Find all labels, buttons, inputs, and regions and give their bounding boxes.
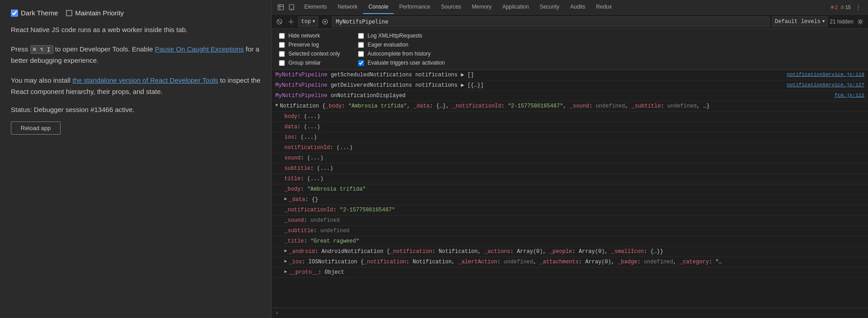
dark-theme-checkbox[interactable]: [11, 9, 18, 17]
expand-arrow[interactable]: ▼: [275, 102, 278, 109]
prompt-arrow-icon: ›: [275, 310, 278, 316]
pause-exceptions-link[interactable]: Pause On Caught Exceptions: [155, 45, 244, 53]
log-level-value: Default levels: [775, 19, 821, 25]
autocomplete-checkbox[interactable]: [358, 51, 364, 57]
svg-line-6: [278, 20, 281, 23]
log-entry-_sound: _sound: undefined: [272, 215, 868, 226]
eager-eval-option[interactable]: Eager evaluation: [358, 42, 445, 48]
log-content: MyNotifsPipeline onNotificationDisplayed: [275, 92, 831, 100]
log-entry: MyNotifsPipeline getScheduledNotificatio…: [272, 70, 868, 80]
tab-elements[interactable]: Elements: [299, 0, 332, 14]
expand-arrow[interactable]: ▶: [284, 258, 287, 265]
device-toolbar-icon[interactable]: [287, 3, 296, 12]
tab-redux[interactable]: Redux: [591, 0, 618, 14]
warning-icon: ⚠: [840, 5, 844, 9]
tab-application[interactable]: Application: [497, 0, 534, 14]
context-selector[interactable]: top ▼: [298, 16, 318, 27]
log-content: _notificationId: "2-1577586165487": [284, 206, 864, 214]
log-entry-_android: ▶ _android: AndroidNotification {_notifi…: [272, 247, 868, 257]
show-console-icon[interactable]: [320, 17, 330, 27]
console-prompt: ›: [272, 308, 868, 318]
log-entry-body: body: (...): [272, 112, 868, 122]
log-entry-_notifid: _notificationId: "2-1577586165487": [272, 205, 868, 215]
hide-network-checkbox[interactable]: [279, 33, 285, 39]
maintain-priority-label: Maintain Priority: [75, 9, 124, 17]
log-content: _ios: IOSNotification {_notification: No…: [289, 258, 864, 266]
log-content: MyNotifsPipeline getDeliveredNotificatio…: [275, 81, 783, 89]
tab-audits[interactable]: Audits: [565, 0, 590, 14]
keyboard-shortcut: ⌘ ⌥ I: [30, 45, 53, 54]
log-level-selector[interactable]: Default levels ▼: [772, 16, 828, 27]
evaluate-triggers-checkbox[interactable]: [358, 60, 364, 66]
dark-theme-option[interactable]: Dark Theme: [11, 9, 58, 17]
instructions-text: Press ⌘ ⌥ I to open Developer Tools. Ena…: [11, 43, 260, 66]
selected-context-option[interactable]: Selected context only: [279, 51, 340, 57]
autocomplete-option[interactable]: Autocomplete from history: [358, 51, 445, 57]
preserve-log-checkbox[interactable]: [279, 42, 285, 48]
tab-network[interactable]: Network: [332, 0, 363, 14]
svg-point-14: [859, 20, 862, 23]
group-similar-option[interactable]: Group similar: [279, 60, 340, 66]
log-content: data: (...): [284, 123, 864, 131]
eager-eval-checkbox[interactable]: [358, 42, 364, 48]
log-content: title: (...): [284, 175, 864, 183]
console-filter-input[interactable]: [332, 16, 770, 27]
eager-eval-label: Eager evaluation: [368, 42, 408, 48]
group-similar-label: Group similar: [288, 60, 321, 66]
error-icon: ⊗: [830, 5, 834, 9]
log-entry: MyNotifsPipeline onNotificationDisplayed…: [272, 91, 868, 101]
left-panel: Dark Theme Maintain Priority React Nativ…: [0, 0, 271, 318]
log-entry-sound: sound: (...): [272, 153, 868, 164]
inspect-element-icon[interactable]: [276, 3, 285, 12]
devtools-tab-bar: Elements Network Console Performance Sou…: [272, 0, 868, 14]
devtools-gear-icon[interactable]: [855, 17, 865, 27]
log-source[interactable]: fcm.js:112: [831, 92, 864, 99]
dark-theme-label: Dark Theme: [21, 9, 58, 17]
settings-col-right: Log XMLHttpRequests Eager evaluation Aut…: [358, 33, 445, 66]
log-entry-_title: _title: "Great ragweed": [272, 236, 868, 247]
log-source[interactable]: notificationService.js:127: [783, 81, 864, 89]
tab-performance[interactable]: Performance: [394, 0, 436, 14]
selected-context-checkbox[interactable]: [279, 51, 285, 57]
log-content: Notification {_body: "Ambrosia trifida",…: [280, 102, 861, 110]
console-settings-icon[interactable]: [286, 17, 296, 27]
tab-security[interactable]: Security: [534, 0, 565, 14]
clear-console-icon[interactable]: [274, 17, 284, 27]
svg-point-7: [290, 21, 292, 23]
console-input[interactable]: [281, 310, 864, 316]
group-similar-checkbox[interactable]: [279, 60, 285, 66]
console-output: MyNotifsPipeline getScheduledNotificatio…: [272, 70, 868, 308]
svg-rect-0: [278, 5, 283, 10]
preserve-log-option[interactable]: Preserve log: [279, 42, 340, 48]
log-xmlhttp-option[interactable]: Log XMLHttpRequests: [358, 33, 445, 39]
more-tabs-icon[interactable]: ⋮: [854, 3, 863, 12]
expand-arrow[interactable]: ▶: [284, 196, 287, 202]
context-selector-value: top: [301, 19, 311, 25]
tab-console[interactable]: Console: [363, 0, 394, 14]
log-source[interactable]: notificationService.js:119: [783, 71, 864, 79]
log-content: notificationId: (...): [284, 144, 864, 152]
tab-sources[interactable]: Sources: [436, 0, 467, 14]
log-content: _body: "Ambrosia trifida": [284, 185, 864, 193]
error-badge: ⊗ 2 ⚠ 15: [830, 5, 851, 10]
log-content: __proto__: Object: [289, 268, 864, 276]
maintain-priority-option[interactable]: Maintain Priority: [66, 9, 124, 17]
log-content: _title: "Great ragweed": [284, 237, 864, 245]
standalone-tools-link[interactable]: the standalone version of React Develope…: [72, 76, 218, 84]
settings-col-left: Hide network Preserve log Selected conte…: [279, 33, 340, 66]
tab-right-icons: ⊗ 2 ⚠ 15 ⋮: [827, 3, 866, 12]
log-entry-data: data: (...): [272, 122, 868, 132]
log-entry-_data: ▶ _data: {}: [272, 195, 868, 205]
log-xmlhttp-checkbox[interactable]: [358, 33, 364, 39]
evaluate-triggers-option[interactable]: Evaluate triggers user activation: [358, 60, 445, 66]
expand-arrow[interactable]: ▶: [284, 268, 287, 275]
hide-network-option[interactable]: Hide network: [279, 33, 340, 39]
log-content: ios: (...): [284, 133, 864, 141]
reload-app-button[interactable]: Reload app: [11, 122, 61, 135]
error-count: 2: [835, 5, 838, 10]
context-selector-arrow: ▼: [313, 19, 315, 24]
tab-memory[interactable]: Memory: [467, 0, 497, 14]
log-content: sound: (...): [284, 154, 864, 162]
expand-arrow[interactable]: ▶: [284, 248, 287, 254]
tab-bar-icons: [274, 3, 299, 12]
